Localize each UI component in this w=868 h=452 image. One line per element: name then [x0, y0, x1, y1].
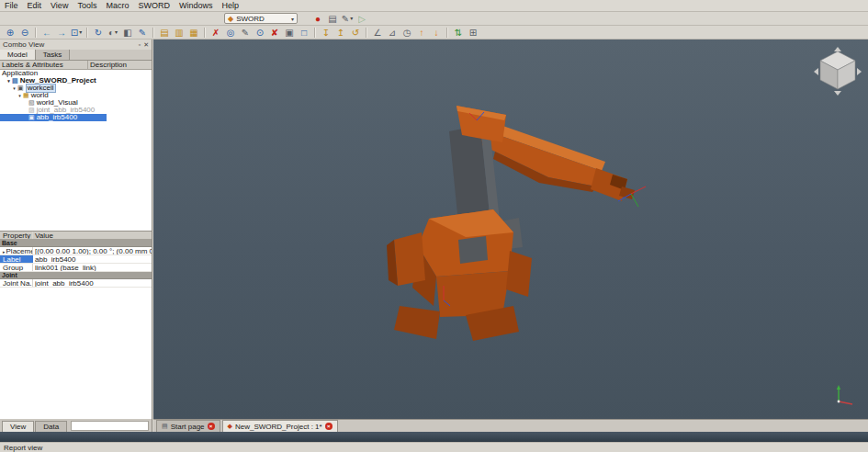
- report-view-label: Report view: [4, 444, 42, 452]
- property-row-group[interactable]: Group link001 (base_link): [0, 264, 152, 272]
- tab-new-sword-project[interactable]: ◆ New_SWORD_Project : 1* ×: [222, 420, 338, 432]
- tree-header-labels: Labels & Attributes: [0, 61, 88, 69]
- refresh-icon[interactable]: ↻: [92, 27, 105, 39]
- zoom-fit-icon[interactable]: ⊡ ▾: [70, 27, 83, 39]
- combo-view-titlebar: Combo View ▫ ✕: [0, 40, 152, 50]
- workbench-selector[interactable]: ◆ SWORD ▾: [224, 13, 298, 24]
- menu-bar: File Edit View Tools Macro SWORD Windows…: [0, 0, 868, 12]
- tab-view[interactable]: View: [2, 421, 34, 432]
- workbench-selector-value: SWORD: [236, 15, 265, 23]
- property-section-base[interactable]: Base: [0, 240, 152, 247]
- expander-icon[interactable]: ▾: [6, 77, 12, 85]
- chevron-down-icon: ▾: [79, 27, 82, 39]
- measure-angle-icon[interactable]: ∠: [371, 27, 384, 39]
- swap-icon[interactable]: ⇅: [452, 27, 465, 39]
- iso-view-icon[interactable]: ◧: [121, 27, 134, 39]
- tab-label: Start page: [171, 423, 205, 431]
- 3d-viewport[interactable]: [153, 40, 868, 419]
- record-macro-icon[interactable]: ●: [311, 13, 324, 25]
- menu-help[interactable]: Help: [217, 0, 243, 11]
- wire-box-icon[interactable]: □: [298, 27, 310, 39]
- menu-view[interactable]: View: [46, 0, 73, 11]
- open-macro-dialog-icon[interactable]: ▤: [326, 13, 339, 25]
- close-tab-icon[interactable]: ×: [208, 423, 215, 430]
- menu-windows[interactable]: Windows: [175, 0, 218, 11]
- workbench-toolbar: ◆ SWORD ▾ ● ▤ ✎ ▾ ▷: [0, 12, 868, 26]
- grid-icon[interactable]: ⊞: [467, 27, 479, 39]
- tab-tasks[interactable]: Tasks: [36, 50, 70, 60]
- property-view-tabbar: View Data: [0, 419, 152, 432]
- zoom-out-icon[interactable]: ⊖: [18, 27, 31, 39]
- execute-macro-icon[interactable]: ▷: [355, 13, 368, 25]
- status-bar: Report view: [0, 442, 868, 452]
- visual-icon: ▧: [28, 99, 35, 107]
- abort-icon[interactable]: ✘: [268, 27, 281, 39]
- menu-edit[interactable]: Edit: [23, 0, 47, 11]
- float-panel-icon[interactable]: ▫: [139, 41, 141, 49]
- expander-icon[interactable]: ▾: [17, 92, 23, 99]
- chevron-down-icon: ▾: [115, 27, 118, 39]
- menu-macro[interactable]: Macro: [101, 0, 133, 11]
- measure-icon[interactable]: ⊿: [386, 27, 399, 39]
- draw-style-glyph: ◐: [108, 27, 114, 39]
- expander-icon[interactable]: ▾: [11, 85, 17, 92]
- combo-view-panel: Combo View ▫ ✕ Model Tasks Labels & Attr…: [0, 40, 152, 432]
- property-column-header: Property: [0, 232, 33, 239]
- nav-back-icon[interactable]: ←: [40, 27, 53, 39]
- tabbar-filler: [71, 421, 149, 431]
- mdi-tab-bar: ▤ Start page × ◆ New_SWORD_Project : 1* …: [153, 419, 868, 432]
- copy-icon[interactable]: ▥: [173, 27, 186, 39]
- robot-model[interactable]: [153, 40, 868, 419]
- expander-icon[interactable]: ▸: [3, 249, 6, 254]
- zoom-in-icon[interactable]: ⊕: [4, 27, 17, 39]
- property-value[interactable]: link001 (base_link): [33, 264, 152, 271]
- property-header: Property Value: [0, 232, 152, 240]
- select-icon[interactable]: ◎: [224, 27, 237, 39]
- reload-icon[interactable]: ↺: [349, 27, 362, 39]
- new-document-icon[interactable]: ▤: [158, 27, 171, 39]
- document-icon: ▤: [12, 77, 18, 85]
- fill-icon[interactable]: ⊙: [254, 27, 266, 39]
- delete-icon[interactable]: ✗: [209, 27, 222, 39]
- navigation-cube[interactable]: [813, 47, 862, 96]
- chevron-down-icon: ▾: [291, 16, 294, 22]
- clock-icon[interactable]: ◷: [400, 27, 413, 39]
- export-icon[interactable]: ↥: [334, 27, 347, 39]
- property-section-joint[interactable]: Joint: [0, 272, 152, 279]
- nav-forward-icon[interactable]: →: [55, 27, 68, 39]
- tree-header-description: Description: [88, 61, 152, 69]
- close-tab-icon[interactable]: ×: [325, 423, 333, 430]
- property-value[interactable]: joint_abb_irb5400: [33, 279, 152, 287]
- property-value[interactable]: [(0.00 0.00 1.00); 0.00 °; (0.00 mm 0.00…: [33, 247, 152, 254]
- tree-item-workcell[interactable]: ▾ ▣ workcell: [0, 85, 152, 92]
- tab-start-page[interactable]: ▤ Start page ×: [156, 420, 220, 432]
- move-down-icon[interactable]: ↓: [430, 27, 443, 39]
- property-value[interactable]: abb_irb5400: [33, 255, 152, 263]
- edit-macro-glyph: ✎: [342, 13, 349, 25]
- close-panel-icon[interactable]: ✕: [143, 41, 149, 49]
- property-row-joint-name[interactable]: Joint Na... joint_abb_irb5400: [0, 279, 152, 288]
- paste-icon[interactable]: ▦: [187, 27, 200, 39]
- tree-item-label: abb_irb5400: [37, 114, 77, 121]
- draw-style-icon[interactable]: ◐ ▾: [107, 27, 119, 39]
- model-tree: Labels & Attributes Description Applicat…: [0, 61, 152, 232]
- edit-macro-icon[interactable]: ✎ ▾: [341, 13, 354, 25]
- workbench-icon: ◆: [228, 15, 233, 23]
- menu-sword[interactable]: SWORD: [133, 0, 175, 11]
- property-name: Group: [0, 264, 33, 271]
- edit-mode-icon[interactable]: ✎: [136, 27, 149, 39]
- draw-icon[interactable]: ✎: [239, 27, 252, 39]
- property-row-label[interactable]: Label abb_irb5400: [0, 255, 152, 264]
- tree-item-abb-irb5400[interactable]: ▣ abb_irb5400: [0, 114, 107, 121]
- move-up-icon[interactable]: ↑: [415, 27, 428, 39]
- import-icon[interactable]: ↧: [320, 27, 333, 39]
- tree-item-new-sword-project[interactable]: ▾ ▤ New_SWORD_Project: [0, 77, 152, 85]
- box-element-icon[interactable]: ▣: [283, 27, 296, 39]
- tab-model[interactable]: Model: [0, 50, 36, 60]
- tab-data[interactable]: Data: [35, 421, 67, 432]
- menu-file[interactable]: File: [0, 0, 23, 11]
- toolbar-separator: [204, 28, 206, 38]
- menu-tools[interactable]: Tools: [73, 0, 101, 11]
- property-row-placement[interactable]: ▸Placement [(0.00 0.00 1.00); 0.00 °; (0…: [0, 247, 152, 255]
- toolbar-separator: [446, 28, 448, 38]
